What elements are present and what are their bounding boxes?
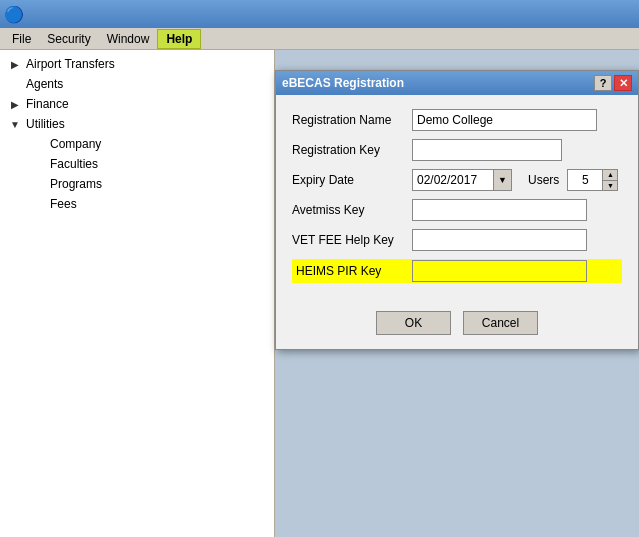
heims-pir-key-input[interactable] xyxy=(412,260,587,282)
menu-help[interactable]: Help xyxy=(157,29,201,49)
dialog-body: Registration Name Registration Key Expir… xyxy=(276,95,638,303)
avetmiss-key-input[interactable] xyxy=(412,199,587,221)
vet-fee-help-key-input[interactable] xyxy=(412,229,587,251)
dialog-title: eBECAS Registration xyxy=(282,76,404,90)
registration-key-input[interactable] xyxy=(412,139,562,161)
expand-icon xyxy=(32,157,46,171)
registration-dialog: eBECAS Registration ? ✕ Registration Nam… xyxy=(275,70,639,350)
registration-key-label: Registration Key xyxy=(292,143,412,157)
registration-name-input[interactable] xyxy=(412,109,597,131)
expand-icon: ▶ xyxy=(8,57,22,71)
expiry-date-label: Expiry Date xyxy=(292,173,412,187)
expand-icon xyxy=(32,137,46,151)
menu-file[interactable]: File xyxy=(4,30,39,48)
sidebar-label: Airport Transfers xyxy=(26,57,115,71)
window-title-bar: 🔵 xyxy=(0,0,639,28)
menu-bar: File Security Window Help xyxy=(0,28,639,50)
sidebar: ▶ Airport Transfers Agents ▶ Finance ▼ U… xyxy=(0,50,275,537)
vet-fee-help-key-row: VET FEE Help Key xyxy=(292,229,622,251)
ok-button[interactable]: OK xyxy=(376,311,451,335)
sidebar-item-faculties[interactable]: Faculties xyxy=(0,154,274,174)
expand-icon xyxy=(32,177,46,191)
content-area: eBECAS Registration ? ✕ Registration Nam… xyxy=(275,50,639,537)
avetmiss-key-label: Avetmiss Key xyxy=(292,203,412,217)
avetmiss-key-row: Avetmiss Key xyxy=(292,199,622,221)
app-icon: 🔵 xyxy=(4,5,24,24)
heims-pir-key-label: HEIMS PIR Key xyxy=(292,262,412,280)
sidebar-label: Company xyxy=(50,137,101,151)
sidebar-item-airport-transfers[interactable]: ▶ Airport Transfers xyxy=(0,54,274,74)
heims-pir-key-row: HEIMS PIR Key xyxy=(292,259,622,283)
registration-name-row: Registration Name xyxy=(292,109,622,131)
sidebar-item-fees[interactable]: Fees xyxy=(0,194,274,214)
dialog-controls: ? ✕ xyxy=(594,75,632,91)
expand-icon xyxy=(32,197,46,211)
sidebar-label: Faculties xyxy=(50,157,98,171)
menu-window[interactable]: Window xyxy=(99,30,158,48)
dialog-help-button[interactable]: ? xyxy=(594,75,612,91)
sidebar-label: Agents xyxy=(26,77,63,91)
dialog-footer: OK Cancel xyxy=(276,303,638,349)
spinner-buttons: ▲ ▼ xyxy=(603,169,618,191)
menu-security[interactable]: Security xyxy=(39,30,98,48)
date-input-wrapper: ▼ xyxy=(412,169,512,191)
dialog-title-bar: eBECAS Registration ? ✕ xyxy=(276,71,638,95)
users-input[interactable] xyxy=(567,169,603,191)
modal-overlay: eBECAS Registration ? ✕ Registration Nam… xyxy=(275,50,639,537)
registration-key-row: Registration Key xyxy=(292,139,622,161)
sidebar-label: Utilities xyxy=(26,117,65,131)
users-label: Users xyxy=(528,173,559,187)
sidebar-label: Finance xyxy=(26,97,69,111)
app-area: ▶ Airport Transfers Agents ▶ Finance ▼ U… xyxy=(0,50,639,537)
sidebar-item-finance[interactable]: ▶ Finance xyxy=(0,94,274,114)
expand-icon xyxy=(8,77,22,91)
sidebar-item-company[interactable]: Company xyxy=(0,134,274,154)
dialog-close-button[interactable]: ✕ xyxy=(614,75,632,91)
sidebar-label: Fees xyxy=(50,197,77,211)
date-dropdown-button[interactable]: ▼ xyxy=(493,170,511,190)
vet-fee-help-key-label: VET FEE Help Key xyxy=(292,233,412,247)
expand-icon: ▼ xyxy=(8,117,22,131)
sidebar-item-programs[interactable]: Programs xyxy=(0,174,274,194)
expiry-date-input[interactable] xyxy=(413,173,493,187)
spinner-up-button[interactable]: ▲ xyxy=(603,170,617,181)
registration-name-label: Registration Name xyxy=(292,113,412,127)
sidebar-label: Programs xyxy=(50,177,102,191)
sidebar-item-utilities[interactable]: ▼ Utilities xyxy=(0,114,274,134)
expand-icon: ▶ xyxy=(8,97,22,111)
users-spinner: ▲ ▼ xyxy=(567,169,618,191)
expiry-date-row: Expiry Date ▼ Users ▲ ▼ xyxy=(292,169,622,191)
cancel-button[interactable]: Cancel xyxy=(463,311,538,335)
spinner-down-button[interactable]: ▼ xyxy=(603,181,617,191)
sidebar-item-agents[interactable]: Agents xyxy=(0,74,274,94)
